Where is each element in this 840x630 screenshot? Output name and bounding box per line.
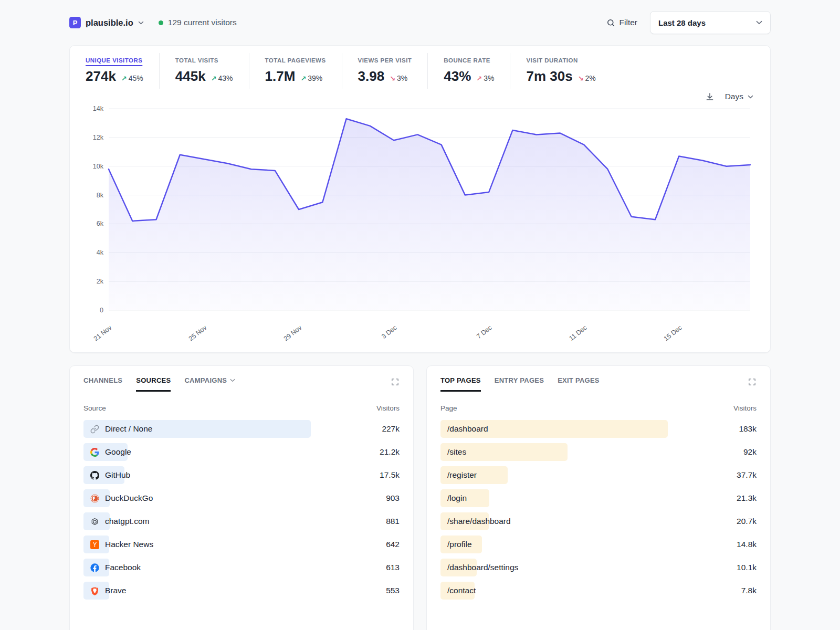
chevron-down-icon bbox=[756, 20, 762, 25]
expand-icon[interactable] bbox=[391, 376, 400, 386]
metric-change-value: 2% bbox=[585, 74, 596, 82]
metric-total-pageviews[interactable]: TOTAL PAGEVIEWS1.7M↗39% bbox=[249, 53, 342, 89]
site-name: plausible.io bbox=[86, 18, 133, 28]
row-label: Google bbox=[105, 447, 131, 457]
table-row[interactable]: /contact7.8k bbox=[440, 579, 757, 602]
row-content: Direct / None227k bbox=[83, 417, 400, 440]
metric-change: ↗3% bbox=[476, 74, 494, 82]
plausible-logo-icon: P bbox=[69, 17, 81, 28]
table-row[interactable]: Direct / None227k bbox=[83, 417, 400, 440]
filter-button[interactable]: Filter bbox=[606, 18, 637, 27]
metric-views-per-visit[interactable]: VIEWS PER VISIT3.98↘3% bbox=[342, 53, 428, 89]
y-tick-label: 14k bbox=[93, 105, 103, 112]
tab-entry-pages[interactable]: ENTRY PAGES bbox=[495, 376, 544, 392]
y-tick-label: 10k bbox=[93, 163, 103, 170]
row-value: 14.8k bbox=[737, 540, 757, 549]
metric-value: 274k bbox=[86, 68, 116, 85]
x-tick-label: 21 Nov bbox=[92, 324, 113, 342]
tab-campaigns[interactable]: CAMPAIGNS bbox=[184, 376, 235, 392]
table-row[interactable]: DuckDuckGo903 bbox=[83, 487, 400, 510]
site-picker[interactable]: P plausible.io bbox=[69, 17, 144, 28]
current-visitors-label: 129 current visitors bbox=[168, 18, 237, 27]
row-label: /sites bbox=[447, 447, 466, 457]
row-label: Direct / None bbox=[105, 424, 152, 434]
sources-rows: Direct / None227kGoogle21.2kGitHub17.5kD… bbox=[83, 417, 400, 602]
y-tick-label: 8k bbox=[97, 192, 103, 199]
y-tick-label: 12k bbox=[93, 134, 103, 141]
interval-label: Days bbox=[725, 92, 743, 101]
tab-channels[interactable]: CHANNELS bbox=[83, 376, 122, 392]
current-visitors[interactable]: 129 current visitors bbox=[159, 18, 237, 27]
metric-value: 445k bbox=[175, 68, 206, 85]
metric-label: TOTAL VISITS bbox=[175, 57, 233, 64]
row-content: Facebook613 bbox=[83, 556, 400, 579]
table-row[interactable]: Google21.2k bbox=[83, 440, 400, 464]
github-icon bbox=[90, 471, 99, 480]
row-value: 37.7k bbox=[737, 470, 757, 480]
breakdown-cards: CHANNELSSOURCESCAMPAIGNS Source Visitors… bbox=[69, 365, 771, 630]
row-value: 613 bbox=[386, 563, 400, 572]
interval-select[interactable]: Days bbox=[725, 92, 753, 101]
row-label: chatgpt.com bbox=[105, 517, 149, 526]
row-label: /dashboard/settings bbox=[447, 563, 518, 572]
row-label: /login bbox=[447, 494, 467, 503]
metric-label: BOUNCE RATE bbox=[444, 57, 494, 64]
facebook-icon bbox=[90, 563, 99, 572]
y-axis-labels: 02k4k6k8k10k12k14k bbox=[83, 109, 103, 310]
expand-icon[interactable] bbox=[748, 376, 757, 386]
row-label: /dashboard bbox=[447, 424, 488, 434]
tab-top-pages[interactable]: TOP PAGES bbox=[440, 376, 481, 392]
tab-label: CAMPAIGNS bbox=[184, 376, 227, 384]
analytics-card: UNIQUE VISITORS274k↗45%TOTAL VISITS445k↗… bbox=[69, 45, 771, 353]
topbar-left: P plausible.io 129 current visitors bbox=[69, 17, 237, 28]
tab-label: EXIT PAGES bbox=[558, 376, 600, 384]
table-row[interactable]: /dashboard183k bbox=[440, 417, 757, 440]
row-content: /sites92k bbox=[440, 440, 757, 464]
table-row[interactable]: /register37.7k bbox=[440, 464, 757, 487]
tab-label: TOP PAGES bbox=[440, 376, 481, 384]
link-icon bbox=[90, 425, 99, 434]
plausible-dashboard: P plausible.io 129 current visitors Filt… bbox=[69, 0, 771, 630]
chevron-down-icon bbox=[748, 95, 753, 99]
table-row[interactable]: Brave553 bbox=[83, 579, 400, 602]
row-label: /share/dashboard bbox=[447, 517, 511, 526]
table-row[interactable]: Facebook613 bbox=[83, 556, 400, 579]
row-value: 903 bbox=[386, 494, 400, 503]
row-value: 227k bbox=[382, 424, 400, 434]
metric-total-visits[interactable]: TOTAL VISITS445k↗43% bbox=[160, 53, 249, 89]
chart-controls: Days bbox=[87, 92, 753, 101]
tab-sources[interactable]: SOURCES bbox=[136, 376, 171, 392]
hackernews-icon bbox=[90, 540, 99, 549]
table-row[interactable]: /share/dashboard20.7k bbox=[440, 510, 757, 533]
row-content: chatgpt.com881 bbox=[83, 510, 400, 533]
metric-bounce-rate[interactable]: BOUNCE RATE43%↗3% bbox=[428, 53, 510, 89]
tab-label: SOURCES bbox=[136, 376, 171, 384]
row-value: 183k bbox=[739, 424, 757, 434]
table-row[interactable]: /profile14.8k bbox=[440, 533, 757, 556]
date-range-select[interactable]: Last 28 days bbox=[650, 11, 771, 34]
chart-plot bbox=[109, 109, 750, 310]
table-row[interactable]: /dashboard/settings10.1k bbox=[440, 556, 757, 579]
row-value: 17.5k bbox=[380, 470, 400, 480]
table-row[interactable]: /sites92k bbox=[440, 440, 757, 464]
metric-visit-duration[interactable]: VISIT DURATION7m 30s↘2% bbox=[510, 53, 611, 89]
tab-exit-pages[interactable]: EXIT PAGES bbox=[558, 376, 600, 392]
y-tick-label: 4k bbox=[97, 249, 103, 256]
svg-text:P: P bbox=[73, 19, 78, 27]
table-row[interactable]: Hacker News642 bbox=[83, 533, 400, 556]
row-content: /register37.7k bbox=[440, 464, 757, 487]
row-value: 21.2k bbox=[380, 447, 400, 457]
row-label: /profile bbox=[447, 540, 472, 549]
filter-label: Filter bbox=[620, 18, 637, 27]
row-value: 881 bbox=[386, 517, 400, 526]
metric-value-row: 1.7M↗39% bbox=[265, 68, 326, 85]
table-row[interactable]: /login21.3k bbox=[440, 487, 757, 510]
metric-unique-visitors[interactable]: UNIQUE VISITORS274k↗45% bbox=[83, 53, 160, 89]
table-row[interactable]: chatgpt.com881 bbox=[83, 510, 400, 533]
metric-change: ↘2% bbox=[578, 74, 596, 82]
row-content: /dashboard183k bbox=[440, 417, 757, 440]
column-header-source: Source bbox=[83, 404, 106, 412]
table-row[interactable]: GitHub17.5k bbox=[83, 464, 400, 487]
download-icon[interactable] bbox=[705, 92, 715, 101]
metric-value-row: 274k↗45% bbox=[86, 68, 143, 85]
